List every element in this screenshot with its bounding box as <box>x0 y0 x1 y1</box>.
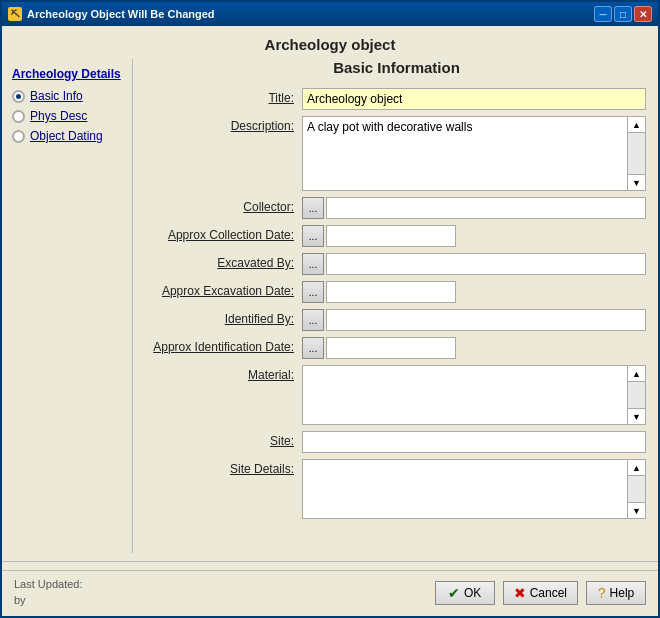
main-window: ⛏ Archeology Object Will Be Changed ─ □ … <box>0 0 660 618</box>
approx-collection-date-label: Approx Collection Date: <box>147 225 302 242</box>
title-row: Title: <box>147 88 646 110</box>
material-scroll-down-icon[interactable]: ▼ <box>628 408 645 424</box>
collector-row: Collector: ... <box>147 197 646 219</box>
last-updated: Last Updated: by <box>14 577 83 608</box>
ok-button[interactable]: ✔ OK <box>435 581 495 605</box>
approx-excavation-date-label: Approx Excavation Date: <box>147 281 302 298</box>
description-label: Description: <box>147 116 302 133</box>
ok-icon: ✔ <box>448 585 460 601</box>
approx-excavation-date-browse-button[interactable]: ... <box>302 281 324 303</box>
sidebar-item-basic-info[interactable]: Basic Info <box>12 89 122 103</box>
description-row: Description: ▲ ▼ <box>147 116 646 191</box>
sidebar-title: Archeology Details <box>12 67 122 81</box>
scroll-up-icon[interactable]: ▲ <box>628 117 645 133</box>
sidebar-label-object-dating: Object Dating <box>30 129 103 143</box>
site-details-row: Site Details: ▲ ▼ <box>147 459 646 519</box>
approx-excavation-date-row: Approx Excavation Date: ... <box>147 281 646 303</box>
site-details-scroll-down-icon[interactable]: ▼ <box>628 502 645 518</box>
site-details-label: Site Details: <box>147 459 302 476</box>
approx-identification-date-input-group: ... <box>302 337 646 359</box>
help-button[interactable]: ? Help <box>586 581 646 605</box>
site-details-scroll-track <box>628 476 645 502</box>
title-bar-controls: ─ □ ✕ <box>594 6 652 22</box>
sidebar-item-object-dating[interactable]: Object Dating <box>12 129 122 143</box>
radio-phys-desc[interactable] <box>12 110 25 123</box>
identified-by-label: Identified By: <box>147 309 302 326</box>
excavated-by-browse-button[interactable]: ... <box>302 253 324 275</box>
sidebar-label-phys-desc: Phys Desc <box>30 109 87 123</box>
window-title: Archeology Object Will Be Changed <box>27 8 215 20</box>
collector-input-group: ... <box>302 197 646 219</box>
cancel-icon: ✖ <box>514 585 526 601</box>
sidebar-label-basic-info: Basic Info <box>30 89 83 103</box>
window-heading: Archeology object <box>2 26 658 59</box>
excavated-by-input[interactable] <box>326 253 646 275</box>
approx-identification-date-input[interactable] <box>326 337 456 359</box>
ok-label: OK <box>464 586 481 600</box>
description-scrollbar[interactable]: ▲ ▼ <box>627 117 645 190</box>
identified-by-input[interactable] <box>326 309 646 331</box>
material-label: Material: <box>147 365 302 382</box>
identified-by-browse-button[interactable]: ... <box>302 309 324 331</box>
approx-excavation-date-input[interactable] <box>326 281 456 303</box>
sidebar: Archeology Details Basic Info Phys Desc … <box>2 59 132 553</box>
form-area: Basic Information Title: Description: ▲ … <box>133 59 658 553</box>
maximize-button[interactable]: □ <box>614 6 632 22</box>
main-content: Archeology Details Basic Info Phys Desc … <box>2 59 658 553</box>
material-scroll-track <box>628 382 645 408</box>
approx-collection-date-input[interactable] <box>326 225 456 247</box>
site-details-scroll-up-icon[interactable]: ▲ <box>628 460 645 476</box>
site-details-textarea-container: ▲ ▼ <box>302 459 646 519</box>
form-section-title: Basic Information <box>147 59 646 76</box>
site-label: Site: <box>147 431 302 448</box>
approx-collection-date-input-group: ... <box>302 225 646 247</box>
site-row: Site: <box>147 431 646 453</box>
help-label: Help <box>610 586 635 600</box>
cancel-button[interactable]: ✖ Cancel <box>503 581 578 605</box>
scroll-track <box>628 133 645 174</box>
description-textarea-container: ▲ ▼ <box>302 116 646 191</box>
minimize-button[interactable]: ─ <box>594 6 612 22</box>
material-scroll-up-icon[interactable]: ▲ <box>628 366 645 382</box>
site-details-textarea[interactable] <box>303 460 627 518</box>
excavated-by-label: Excavated By: <box>147 253 302 270</box>
material-textarea-container: ▲ ▼ <box>302 365 646 425</box>
material-textarea[interactable] <box>303 366 627 424</box>
title-bar-left: ⛏ Archeology Object Will Be Changed <box>8 7 215 21</box>
scroll-down-icon[interactable]: ▼ <box>628 174 645 190</box>
approx-identification-date-browse-button[interactable]: ... <box>302 337 324 359</box>
radio-object-dating[interactable] <box>12 130 25 143</box>
footer-buttons: ✔ OK ✖ Cancel ? Help <box>435 581 646 605</box>
collector-input[interactable] <box>326 197 646 219</box>
title-bar: ⛏ Archeology Object Will Be Changed ─ □ … <box>2 2 658 26</box>
footer: Last Updated: by ✔ OK ✖ Cancel ? Help <box>2 570 658 616</box>
identified-by-input-group: ... <box>302 309 646 331</box>
site-details-scrollbar[interactable]: ▲ ▼ <box>627 460 645 518</box>
identified-by-row: Identified By: ... <box>147 309 646 331</box>
sidebar-item-phys-desc[interactable]: Phys Desc <box>12 109 122 123</box>
title-input[interactable] <box>302 88 646 110</box>
material-scrollbar[interactable]: ▲ ▼ <box>627 366 645 424</box>
footer-separator <box>2 561 658 562</box>
excavated-by-input-group: ... <box>302 253 646 275</box>
title-label: Title: <box>147 88 302 105</box>
close-button[interactable]: ✕ <box>634 6 652 22</box>
approx-identification-date-label: Approx Identification Date: <box>147 337 302 354</box>
site-input[interactable] <box>302 431 646 453</box>
collector-browse-button[interactable]: ... <box>302 197 324 219</box>
material-row: Material: ▲ ▼ <box>147 365 646 425</box>
description-textarea[interactable] <box>303 117 627 190</box>
approx-excavation-date-input-group: ... <box>302 281 646 303</box>
excavated-by-row: Excavated By: ... <box>147 253 646 275</box>
radio-basic-info[interactable] <box>12 90 25 103</box>
collector-label: Collector: <box>147 197 302 214</box>
help-icon: ? <box>598 585 606 601</box>
window-icon: ⛏ <box>8 7 22 21</box>
cancel-label: Cancel <box>530 586 567 600</box>
approx-collection-date-browse-button[interactable]: ... <box>302 225 324 247</box>
approx-identification-date-row: Approx Identification Date: ... <box>147 337 646 359</box>
approx-collection-date-row: Approx Collection Date: ... <box>147 225 646 247</box>
